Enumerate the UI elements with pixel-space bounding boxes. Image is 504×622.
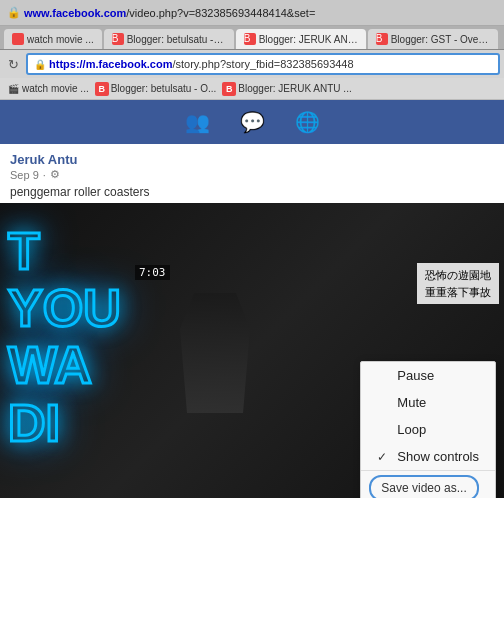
address-lock-icon: 🔒 [34,59,46,70]
bookmark-label-3: Blogger: JERUK ANTU ... [238,83,351,94]
jp-line1: 恐怖の遊園地 [425,267,491,284]
show-controls-label: Show controls [397,449,479,464]
tab-blogger-3[interactable]: B Blogger: GST - Overvi... [368,29,498,49]
tab-label-4: Blogger: GST - Overvi... [391,34,490,45]
tab-blogger-1[interactable]: B Blogger: betulsatu - O... [104,29,234,49]
context-menu: Pause Mute Loop ✓ Show controls Save vid… [360,361,496,498]
tabs-row: watch movie ... B Blogger: betulsatu - O… [0,26,504,50]
bookmark-label-1: watch movie ... [22,83,89,94]
mute-label: Mute [397,395,426,410]
post-area: Jeruk Antu Sep 9 · ⚙ penggemar roller co… [0,144,504,203]
bookmark-icon-1: 🎬 [6,82,20,96]
mute-check [377,396,391,410]
post-meta: Sep 9 · ⚙ [10,168,494,181]
bookmark-2-3[interactable]: B Blogger: JERUK ANTU ... [222,82,351,96]
lock-icon: 🔒 [7,6,21,19]
pause-check [377,369,391,383]
japanese-text-overlay: 恐怖の遊園地 重重落下事故 [417,263,499,304]
friends-icon[interactable]: 👥 [185,110,210,134]
video-timestamp: 7:03 [135,265,170,280]
post-settings-icon: · [43,169,46,181]
address-bar-row: ↻ 🔒 https://m.facebook.com /story.php?st… [0,50,504,78]
tab-label-1: watch movie ... [27,34,94,45]
messages-icon[interactable]: 💬 [240,110,265,134]
save-video-button[interactable]: Save video as... [369,475,478,498]
bookmarks-bar-2: 🎬 watch movie ... B Blogger: betulsatu -… [0,78,504,100]
top-url-domain: www.facebook.com [24,7,126,19]
bookmark-label-2: Blogger: betulsatu - O... [111,83,217,94]
context-menu-pause[interactable]: Pause [361,362,495,389]
tab-label-2: Blogger: betulsatu - O... [127,34,226,45]
tab-favicon-3: B [244,33,256,45]
bookmark-icon-3: B [222,82,236,96]
show-controls-check: ✓ [377,450,391,464]
address-rest: /story.php?story_fbid=832385693448 [172,58,353,70]
post-gear-icon[interactable]: ⚙ [50,168,60,181]
tab-watch-movie[interactable]: watch movie ... [4,29,102,49]
video-figure-silhouette [180,293,250,413]
refresh-button[interactable]: ↻ [4,55,22,73]
bookmark-icon-2: B [95,82,109,96]
context-menu-loop[interactable]: Loop [361,416,495,443]
tab-blogger-2[interactable]: B Blogger: JERUK ANTU ... [236,29,366,49]
address-bar[interactable]: 🔒 https://m.facebook.com /story.php?stor… [26,53,500,75]
context-menu-show-controls[interactable]: ✓ Show controls [361,443,495,470]
context-menu-divider [361,470,495,471]
top-url-rest: /video.php?v=832385693448414&set= [126,7,315,19]
post-text: penggemar roller coasters [10,185,494,199]
pause-label: Pause [397,368,434,383]
address-domain: https://m.facebook.com [49,58,172,70]
bookmark-2-2[interactable]: B Blogger: betulsatu - O... [95,82,217,96]
tab-favicon-4: B [376,33,388,45]
tab-favicon-1 [12,33,24,45]
facebook-header: 👥 💬 🌐 [0,100,504,144]
bookmark-2-1[interactable]: 🎬 watch movie ... [6,82,89,96]
tab-favicon-2: B [112,33,124,45]
post-author[interactable]: Jeruk Antu [10,152,494,167]
context-menu-mute[interactable]: Mute [361,389,495,416]
loop-check [377,423,391,437]
video-text-overlay: TYOUWADI [8,223,121,452]
jp-line2: 重重落下事故 [425,284,491,301]
video-container[interactable]: TYOUWADI 7:03 恐怖の遊園地 重重落下事故 Pause Mute L… [0,203,504,498]
post-date: Sep 9 [10,169,39,181]
globe-icon[interactable]: 🌐 [295,110,320,134]
tab-label-3: Blogger: JERUK ANTU ... [259,34,358,45]
loop-label: Loop [397,422,426,437]
top-url-bar: 🔒 www.facebook.com /video.php?v=83238569… [0,0,504,26]
